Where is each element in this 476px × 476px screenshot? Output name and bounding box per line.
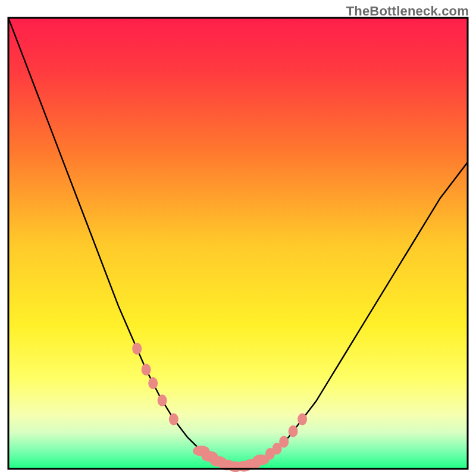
plot-background — [8, 18, 468, 469]
curve-dot — [169, 414, 178, 425]
curve-dot — [142, 364, 151, 375]
curve-dot — [289, 425, 298, 437]
curve-dot — [148, 377, 158, 389]
watermark-text: TheBottleneck.com — [346, 4, 469, 19]
bottleneck-chart: TheBottleneck.com — [0, 0, 476, 476]
curve-dot — [298, 414, 307, 425]
curve-dot — [158, 394, 167, 406]
curve-dot — [253, 455, 270, 465]
curve-dot — [279, 436, 289, 448]
chart-svg — [0, 0, 476, 476]
curve-dot — [132, 343, 142, 355]
